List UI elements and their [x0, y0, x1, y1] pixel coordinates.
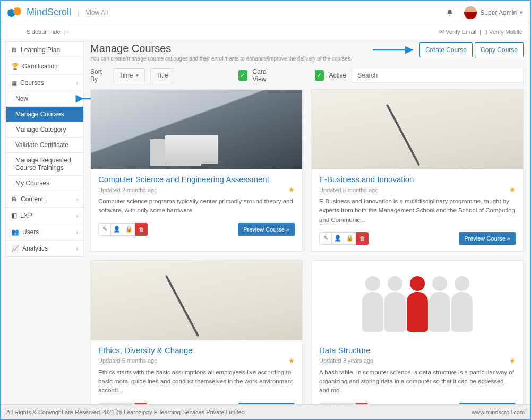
course-card: Data Structure Updated 3 years ago ★ A h…: [311, 260, 524, 404]
star-icon[interactable]: ★: [509, 186, 516, 194]
chevron-right-icon: ›: [76, 196, 78, 202]
star-icon[interactable]: ★: [288, 186, 295, 194]
preview-course-button[interactable]: Preview Course »: [238, 403, 295, 405]
grid-icon: ▦: [11, 79, 17, 87]
course-card: Ethics, Diversity & Change Updated 5 mon…: [90, 260, 303, 404]
search-input[interactable]: [352, 68, 524, 83]
edit-button[interactable]: ✎: [319, 232, 332, 245]
preview-course-button[interactable]: Preview Course »: [238, 223, 295, 236]
sort-title-button[interactable]: Title: [150, 68, 174, 82]
sort-by-label: Sort By: [90, 68, 108, 83]
preview-course-button[interactable]: Preview Course »: [459, 232, 516, 245]
caret-down-icon: ▼: [135, 73, 139, 78]
lock-button[interactable]: 🔒: [344, 232, 356, 245]
course-description: E-Business and Innovation is a multidisc…: [319, 197, 516, 225]
sidebar-item-content[interactable]: 🗎Content›: [5, 191, 84, 208]
star-icon[interactable]: ★: [509, 357, 516, 365]
topbar: MindScroll | View All Super Admin ▼: [1, 1, 530, 24]
create-course-button[interactable]: Create Course: [419, 42, 473, 57]
verify-mobile-link[interactable]: ▯ Verify Mobile: [484, 28, 523, 35]
file-icon: 🗎: [11, 195, 18, 203]
delete-button[interactable]: 🗑: [356, 232, 369, 245]
square-icon: ◧: [11, 212, 17, 219]
footer: All Rights & Copyright are Reserved 2021…: [1, 404, 530, 419]
lock-button[interactable]: 🔒: [123, 403, 135, 405]
arrow-left-icon[interactable]: |←: [64, 29, 71, 35]
sidebar-sub-new[interactable]: New: [5, 91, 84, 107]
preview-course-button[interactable]: Preview Course »: [459, 403, 516, 405]
caret-down-icon[interactable]: ▼: [519, 10, 524, 15]
trophy-icon: 🏆: [11, 63, 19, 70]
logo-icon: [7, 7, 22, 18]
edit-button[interactable]: ✎: [98, 403, 111, 405]
view-all-link[interactable]: View All: [85, 9, 108, 16]
sidebar-sub-manage-category[interactable]: Manage Category: [5, 122, 84, 138]
page-subtitle: You can create/manage course catlouges a…: [90, 56, 352, 62]
course-updated: Updated 5 months ago: [98, 357, 157, 364]
course-title[interactable]: Data Structure: [319, 346, 516, 355]
chevron-right-icon: ›: [76, 229, 78, 235]
sidebar-sub-my-courses[interactable]: My Courses: [5, 175, 84, 191]
card-view-label: Card View: [253, 68, 277, 83]
sidebar-item-learning-plan[interactable]: 🗎Learning Plan: [5, 41, 84, 58]
verify-email-link[interactable]: ✉ Verify Email: [439, 28, 476, 35]
chevron-right-icon: ›: [76, 213, 78, 219]
user-button[interactable]: 👤: [331, 403, 344, 405]
chart-icon: 📈: [11, 245, 19, 252]
edit-button[interactable]: ✎: [98, 223, 111, 236]
avatar[interactable]: [464, 6, 477, 19]
user-button[interactable]: 👤: [110, 403, 123, 405]
chevron-right-icon: ›: [76, 80, 78, 86]
sidebar-item-courses[interactable]: ▦Courses›: [5, 74, 84, 91]
sidebar-sub-validate-certificate[interactable]: Validate Certificate: [5, 137, 84, 153]
course-image: [312, 261, 523, 340]
copy-course-button[interactable]: Copy Course: [475, 42, 524, 57]
course-title[interactable]: Ethics, Diversity & Change: [98, 346, 295, 355]
course-card: Computer Science and Engineering Assessm…: [90, 89, 303, 252]
course-description: Computer science programs typically cent…: [98, 197, 295, 216]
annotation-arrow-create: [372, 46, 417, 54]
sidebar-item-gamification[interactable]: 🏆Gamification: [5, 58, 84, 75]
chevron-right-icon: ›: [76, 246, 78, 252]
sidebar-item-analytics[interactable]: 📈Analytics›: [5, 240, 84, 257]
logo[interactable]: MindScroll: [7, 7, 71, 18]
page-title: Manage Courses: [90, 42, 352, 55]
footer-link[interactable]: www.mindscroll.com: [472, 409, 525, 415]
active-label: Active: [329, 72, 347, 79]
course-image: [91, 90, 302, 169]
course-updated: Updated 3 years ago: [319, 357, 373, 364]
sidebar-sub-manage-requested[interactable]: Manage Requested Course Trainings: [5, 152, 84, 176]
sort-time-button[interactable]: Time ▼: [113, 68, 145, 82]
course-title[interactable]: E-Business and Innovation: [319, 175, 516, 184]
lock-button[interactable]: 🔒: [123, 223, 135, 236]
card-view-checkbox[interactable]: ✓: [238, 70, 247, 81]
course-description: Ethics starts with the basic assumptions…: [98, 368, 295, 396]
edit-button[interactable]: ✎: [319, 403, 332, 405]
user-button[interactable]: 👤: [110, 223, 123, 236]
main-content: Manage Courses You can create/manage cou…: [84, 39, 530, 404]
brand-name: MindScroll: [27, 7, 71, 18]
star-icon[interactable]: ★: [288, 357, 295, 365]
course-card: E-Business and Innovation Updated 5 mont…: [311, 89, 524, 252]
delete-button[interactable]: 🗑: [135, 223, 148, 236]
course-title[interactable]: Computer Science and Engineering Assessm…: [98, 175, 295, 184]
sidebar-item-users[interactable]: 👥Users›: [5, 224, 84, 241]
footer-copyright: All Rights & Copyright are Reserved 2021…: [6, 409, 245, 415]
delete-button[interactable]: 🗑: [135, 403, 148, 405]
active-checkbox[interactable]: ✓: [315, 70, 324, 81]
users-icon: 👥: [11, 228, 19, 236]
course-updated: Updated 5 months ago: [319, 187, 378, 193]
file-icon: 🗎: [11, 46, 18, 54]
delete-button[interactable]: 🗑: [356, 403, 369, 405]
sidebar-hide-button[interactable]: Sidebar Hide: [27, 29, 61, 35]
course-image: [312, 90, 523, 169]
username[interactable]: Super Admin: [480, 9, 517, 16]
sidebar: 🗎Learning Plan 🏆Gamification ▦Courses› N…: [1, 39, 84, 404]
sidebar-sub-manage-courses[interactable]: Manage Courses: [5, 106, 84, 122]
user-button[interactable]: 👤: [331, 232, 344, 245]
bell-icon[interactable]: [446, 9, 453, 16]
sidebar-item-lxp[interactable]: ◧LXP›: [5, 207, 84, 224]
course-image: [91, 261, 302, 340]
lock-button[interactable]: 🔒: [344, 403, 356, 405]
filters-row: Sort By Time ▼ Title ✓ Card View ✓ Activ…: [90, 68, 524, 83]
